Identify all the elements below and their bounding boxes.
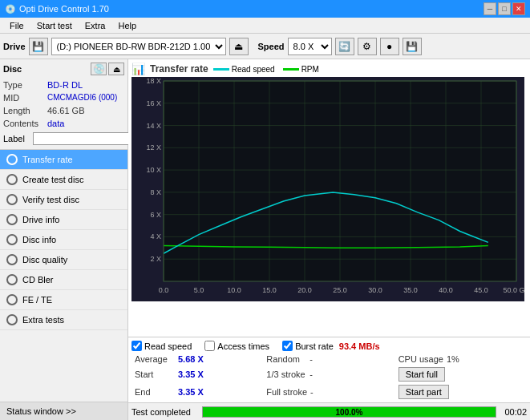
nav-label-verify-test-disc: Verify test disc [22,195,79,204]
stat-random-label: Random [266,354,306,364]
checkbox-read-speed-input[interactable] [131,341,142,351]
stat-average-label: Average [135,354,175,364]
status-bar: Test completed 100.0% 00:02 [128,402,530,420]
status-window-button[interactable]: Status window >> [0,402,127,420]
nav-icon-drive-info [6,214,18,225]
menu-start-test[interactable]: Start test [30,19,79,32]
stat-end-value: 3.35 X [178,387,210,397]
stat-average-value: 5.68 X [178,354,210,364]
nav-label-transfer-rate: Transfer rate [22,155,73,164]
stat-cpu-label: CPU usage [399,354,443,364]
nav-icon-create-test-disc [6,174,18,185]
legend-label-rpm: RPM [301,65,319,74]
record-button[interactable]: ● [380,38,399,55]
chart-title: Transfer rate [150,63,208,75]
stat-full-stroke-value: - [310,387,342,397]
status-text: Test completed [131,407,196,417]
nav-label-cd-bler: CD Bler [22,275,54,285]
start-full-button[interactable]: Start full [399,367,445,382]
sidebar: Disc 💿 ⏏ Type BD-R DL MID CMCMAGDI6 (000… [0,59,128,420]
nav-fe-te[interactable]: FE / TE [0,290,127,310]
chart-icon: 📊 [131,63,145,75]
nav-icon-extra-tests [6,314,18,325]
progress-bar-container: 100.0% [202,406,496,418]
disc-icon-btn[interactable]: 💿 [91,63,107,75]
stat-random-row: Random - [263,353,394,365]
disc-label-label: Label [3,134,31,143]
nav-disc-quality[interactable]: Disc quality [0,250,127,270]
maximize-button[interactable]: □ [498,2,511,15]
nav-transfer-rate[interactable]: Transfer rate [0,150,127,170]
nav-extra-tests[interactable]: Extra tests [0,310,127,330]
nav-label-disc-quality: Disc quality [22,255,67,265]
menu-help[interactable]: Help [111,19,143,32]
menu-bar: File Start test Extra Help [0,18,530,34]
save-button[interactable]: 💾 [403,38,422,55]
disc-type-value: BD-R DL [47,79,124,91]
nav-icon-disc-quality [6,254,18,265]
stat-random-value: - [310,354,342,364]
minimize-button[interactable]: ─ [483,2,496,15]
speed-label: Speed [258,42,285,51]
drive-icon-btn[interactable]: 💾 [29,38,48,55]
disc-contents-value: data [47,117,124,130]
checkbox-burst-rate-label: Burst rate [295,341,334,351]
stats-grid: Average 5.68 X Random - CPU usage 1% Sta… [131,353,527,401]
checkbox-access-times-input[interactable] [204,341,215,351]
stat-full-stroke-label: Full stroke [266,387,307,397]
title-bar: 💿 Opti Drive Control 1.70 ─ □ ✕ [0,0,530,18]
nav-cd-bler[interactable]: CD Bler [0,270,127,290]
checkbox-read-speed: Read speed [131,341,192,351]
speed-select[interactable]: 8.0 X [288,38,332,55]
nav-verify-test-disc[interactable]: Verify test disc [0,190,127,210]
chart-legend: Read speed RPM [213,65,319,74]
nav-drive-info[interactable]: Drive info [0,210,127,230]
stats-area: Read speed Access times Burst rate 93.4 … [128,337,530,402]
checkbox-burst-rate: Burst rate 93.4 MB/s [282,341,379,351]
nav-icon-cd-bler [6,274,18,285]
nav-label-drive-info: Drive info [22,215,59,224]
disc-length-value: 46.61 GB [47,104,124,117]
burst-rate-value: 93.4 MB/s [339,341,380,351]
stat-full-stroke-row: Full stroke - [263,383,394,401]
checkbox-burst-rate-input[interactable] [282,341,293,351]
disc-type-row: Type BD-R DL [3,79,124,91]
menu-file[interactable]: File [3,19,30,32]
stat-end-label: End [135,387,175,397]
chart-container: 📊 Transfer rate Read speed RPM [128,59,530,337]
refresh-button[interactable]: 🔄 [335,38,354,55]
disc-eject-btn[interactable]: ⏏ [108,63,124,75]
legend-read-speed: Read speed [213,65,275,74]
checkbox-access-times-label: Access times [217,341,269,351]
drive-select[interactable]: (D:) PIONEER BD-RW BDR-212D 1.00 [51,38,226,55]
stat-start-part-row: Start part [395,383,527,401]
legend-label-read-speed: Read speed [232,65,275,74]
stat-third-stroke-value: - [310,370,342,379]
content-area: 📊 Transfer rate Read speed RPM [128,59,530,420]
disc-contents-row: Contents data [3,117,124,130]
time-display: 00:02 [503,407,527,417]
chart-title-bar: 📊 Transfer rate Read speed RPM [131,63,527,75]
disc-mid-label: MID [3,91,47,104]
nav-label-fe-te: FE / TE [22,295,52,305]
settings-button[interactable]: ⚙ [358,38,377,55]
nav-create-test-disc[interactable]: Create test disc [0,170,127,190]
disc-type-label: Type [3,79,47,91]
stat-average-row: Average 5.68 X [131,353,263,365]
nav-disc-info[interactable]: Disc info [0,230,127,250]
nav-icon-transfer-rate [6,154,18,165]
nav-label-disc-info: Disc info [22,235,56,244]
disc-panel: Disc 💿 ⏏ Type BD-R DL MID CMCMAGDI6 (000… [0,59,127,150]
close-button[interactable]: ✕ [512,2,525,15]
disc-title: Disc [3,64,22,74]
start-part-button[interactable]: Start part [399,385,449,399]
eject-button[interactable]: ⏏ [229,38,249,55]
nav-label-extra-tests: Extra tests [22,315,64,325]
main-layout: Disc 💿 ⏏ Type BD-R DL MID CMCMAGDI6 (000… [0,59,530,420]
progress-percent: 100.0% [336,407,363,416]
disc-length-label: Length [3,104,47,117]
label-input[interactable] [33,132,140,145]
stat-end-row: End 3.35 X [131,383,263,401]
menu-extra[interactable]: Extra [79,19,112,32]
nav-label-create-test-disc: Create test disc [22,175,83,184]
